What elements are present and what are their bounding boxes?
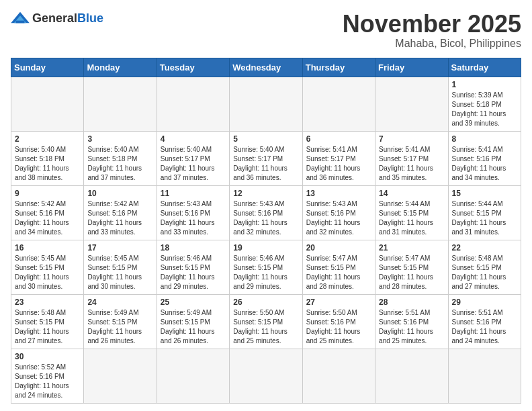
day-info: Sunrise: 5:41 AM Sunset: 5:17 PM Dayligh… <box>306 145 371 183</box>
day-info: Sunrise: 5:49 AM Sunset: 5:15 PM Dayligh… <box>87 308 152 346</box>
day-number: 9 <box>15 189 80 198</box>
calendar-cell: 16Sunrise: 5:45 AM Sunset: 5:15 PM Dayli… <box>11 240 84 294</box>
calendar-cell: 28Sunrise: 5:51 AM Sunset: 5:16 PM Dayli… <box>375 294 448 349</box>
day-info: Sunrise: 5:40 AM Sunset: 5:17 PM Dayligh… <box>161 145 226 183</box>
day-number: 14 <box>379 189 444 198</box>
day-number: 10 <box>87 189 152 198</box>
day-header-friday: Friday <box>375 58 448 77</box>
calendar-cell <box>302 349 375 403</box>
day-number: 26 <box>233 298 298 307</box>
calendar-cell <box>157 349 229 403</box>
day-info: Sunrise: 5:40 AM Sunset: 5:17 PM Dayligh… <box>233 145 298 183</box>
day-info: Sunrise: 5:49 AM Sunset: 5:15 PM Dayligh… <box>161 308 226 346</box>
day-info: Sunrise: 5:42 AM Sunset: 5:16 PM Dayligh… <box>15 199 80 237</box>
calendar-cell: 2Sunrise: 5:40 AM Sunset: 5:18 PM Daylig… <box>11 131 84 185</box>
calendar-week-row: 1Sunrise: 5:39 AM Sunset: 5:18 PM Daylig… <box>11 77 521 131</box>
day-info: Sunrise: 5:46 AM Sunset: 5:15 PM Dayligh… <box>161 254 226 291</box>
calendar-cell: 19Sunrise: 5:46 AM Sunset: 5:15 PM Dayli… <box>230 240 302 294</box>
day-number: 29 <box>452 298 517 307</box>
day-info: Sunrise: 5:39 AM Sunset: 5:18 PM Dayligh… <box>452 91 517 128</box>
calendar-cell: 13Sunrise: 5:43 AM Sunset: 5:16 PM Dayli… <box>302 185 375 240</box>
day-number: 3 <box>87 134 152 144</box>
calendar-cell: 25Sunrise: 5:49 AM Sunset: 5:15 PM Dayli… <box>157 294 229 349</box>
calendar-cell: 30Sunrise: 5:52 AM Sunset: 5:16 PM Dayli… <box>11 349 84 403</box>
day-number: 13 <box>306 189 371 198</box>
calendar-cell: 18Sunrise: 5:46 AM Sunset: 5:15 PM Dayli… <box>157 240 229 294</box>
calendar-cell <box>448 349 521 403</box>
day-number: 20 <box>306 243 371 253</box>
day-header-saturday: Saturday <box>448 58 521 77</box>
svg-rect-2 <box>16 21 25 24</box>
day-number: 24 <box>87 298 152 307</box>
day-info: Sunrise: 5:46 AM Sunset: 5:15 PM Dayligh… <box>233 254 298 291</box>
day-number: 30 <box>15 352 80 361</box>
calendar-cell: 17Sunrise: 5:45 AM Sunset: 5:15 PM Dayli… <box>84 240 157 294</box>
calendar-cell <box>84 77 157 131</box>
logo: GeneralBlue <box>11 11 103 26</box>
day-info: Sunrise: 5:48 AM Sunset: 5:15 PM Dayligh… <box>452 254 517 291</box>
calendar-week-row: 2Sunrise: 5:40 AM Sunset: 5:18 PM Daylig… <box>11 131 521 185</box>
calendar-cell: 15Sunrise: 5:44 AM Sunset: 5:15 PM Dayli… <box>448 185 521 240</box>
day-number: 4 <box>161 134 226 144</box>
day-number: 15 <box>452 189 517 198</box>
calendar-cell: 6Sunrise: 5:41 AM Sunset: 5:17 PM Daylig… <box>302 131 375 185</box>
day-info: Sunrise: 5:45 AM Sunset: 5:15 PM Dayligh… <box>87 254 152 291</box>
day-header-tuesday: Tuesday <box>157 58 229 77</box>
calendar-cell: 14Sunrise: 5:44 AM Sunset: 5:15 PM Dayli… <box>375 185 448 240</box>
calendar-cell: 20Sunrise: 5:47 AM Sunset: 5:15 PM Dayli… <box>302 240 375 294</box>
day-number: 17 <box>87 243 152 253</box>
calendar-cell <box>230 349 302 403</box>
calendar-cell <box>375 349 448 403</box>
day-number: 19 <box>233 243 298 253</box>
calendar-cell: 10Sunrise: 5:42 AM Sunset: 5:16 PM Dayli… <box>84 185 157 240</box>
calendar-table: SundayMondayTuesdayWednesdayThursdayFrid… <box>11 58 521 404</box>
day-info: Sunrise: 5:44 AM Sunset: 5:15 PM Dayligh… <box>379 199 444 237</box>
day-info: Sunrise: 5:45 AM Sunset: 5:15 PM Dayligh… <box>15 254 80 291</box>
day-number: 25 <box>161 298 226 307</box>
month-year-title: November 2025 <box>343 11 521 38</box>
day-number: 1 <box>452 80 517 89</box>
day-info: Sunrise: 5:51 AM Sunset: 5:16 PM Dayligh… <box>379 308 444 346</box>
day-number: 11 <box>161 189 226 198</box>
calendar-cell <box>84 349 157 403</box>
day-number: 8 <box>452 134 517 144</box>
day-header-wednesday: Wednesday <box>230 58 302 77</box>
day-number: 22 <box>452 243 517 253</box>
day-number: 23 <box>15 298 80 307</box>
calendar-cell: 5Sunrise: 5:40 AM Sunset: 5:17 PM Daylig… <box>230 131 302 185</box>
day-info: Sunrise: 5:47 AM Sunset: 5:15 PM Dayligh… <box>379 254 444 291</box>
logo-icon <box>11 11 30 26</box>
day-number: 27 <box>306 298 371 307</box>
calendar-cell: 8Sunrise: 5:41 AM Sunset: 5:16 PM Daylig… <box>448 131 521 185</box>
calendar-cell: 7Sunrise: 5:41 AM Sunset: 5:17 PM Daylig… <box>375 131 448 185</box>
day-info: Sunrise: 5:44 AM Sunset: 5:15 PM Dayligh… <box>452 199 517 237</box>
calendar-cell: 3Sunrise: 5:40 AM Sunset: 5:18 PM Daylig… <box>84 131 157 185</box>
day-info: Sunrise: 5:40 AM Sunset: 5:18 PM Dayligh… <box>87 145 152 183</box>
day-header-thursday: Thursday <box>302 58 375 77</box>
calendar-week-row: 16Sunrise: 5:45 AM Sunset: 5:15 PM Dayli… <box>11 240 521 294</box>
calendar-cell <box>157 77 229 131</box>
day-number: 7 <box>379 134 444 144</box>
day-info: Sunrise: 5:48 AM Sunset: 5:15 PM Dayligh… <box>15 308 80 346</box>
day-number: 28 <box>379 298 444 307</box>
day-info: Sunrise: 5:47 AM Sunset: 5:15 PM Dayligh… <box>306 254 371 291</box>
calendar-week-row: 30Sunrise: 5:52 AM Sunset: 5:16 PM Dayli… <box>11 349 521 403</box>
calendar-week-row: 23Sunrise: 5:48 AM Sunset: 5:15 PM Dayli… <box>11 294 521 349</box>
calendar-cell: 22Sunrise: 5:48 AM Sunset: 5:15 PM Dayli… <box>448 240 521 294</box>
day-info: Sunrise: 5:52 AM Sunset: 5:16 PM Dayligh… <box>15 363 80 400</box>
location-subtitle: Mahaba, Bicol, Philippines <box>343 38 521 50</box>
day-header-monday: Monday <box>84 58 157 77</box>
day-number: 21 <box>379 243 444 253</box>
day-info: Sunrise: 5:43 AM Sunset: 5:16 PM Dayligh… <box>233 199 298 237</box>
day-number: 2 <box>15 134 80 144</box>
title-section: November 2025 Mahaba, Bicol, Philippines <box>343 11 521 50</box>
day-number: 12 <box>233 189 298 198</box>
day-number: 18 <box>161 243 226 253</box>
header: GeneralBlue November 2025 Mahaba, Bicol,… <box>11 11 521 50</box>
day-number: 6 <box>306 134 371 144</box>
logo-general-text: General <box>32 11 77 25</box>
day-number: 5 <box>233 134 298 144</box>
day-info: Sunrise: 5:43 AM Sunset: 5:16 PM Dayligh… <box>161 199 226 237</box>
calendar-cell <box>230 77 302 131</box>
calendar-cell <box>302 77 375 131</box>
